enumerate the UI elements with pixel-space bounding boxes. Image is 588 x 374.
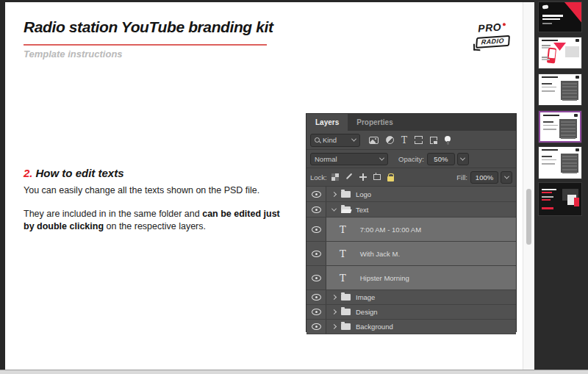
layer-row-time-text[interactable]: T 7:00 AM - 10:00 AM	[306, 217, 516, 242]
paragraph-2-part1: They are included in in the same folder …	[24, 209, 202, 219]
layer-row-show-text[interactable]: T Hipster Morning	[306, 266, 516, 290]
fill-label: Fill:	[456, 173, 467, 181]
eye-icon	[312, 206, 321, 213]
layer-name: Text	[356, 206, 368, 214]
thumb-collage-block	[574, 198, 579, 206]
chevron-right-icon[interactable]	[331, 295, 337, 300]
thumbnail-page-3[interactable]	[539, 74, 581, 105]
tab-layers[interactable]: Layers	[306, 114, 348, 131]
opacity-value-field[interactable]: 50%	[427, 153, 455, 165]
lock-paint-icon[interactable]	[345, 173, 353, 181]
thumb-text-line-red	[542, 192, 552, 193]
thumb-text-line	[542, 189, 556, 190]
blend-mode-value: Normal	[315, 155, 337, 163]
layer-row-logo[interactable]: Logo	[306, 187, 516, 202]
photoshop-layers-panel: Layers Properties Kind T Normal	[306, 113, 517, 332]
layer-name: Background	[356, 323, 393, 331]
type-layer-icon: T	[340, 273, 346, 284]
fill-dropdown-button[interactable]	[501, 171, 512, 184]
thumb-logo	[574, 114, 578, 117]
chevron-right-icon[interactable]	[331, 191, 337, 196]
layer-row-image[interactable]: Image	[306, 290, 516, 305]
visibility-toggle[interactable]	[306, 290, 326, 304]
page-thumbnails-sidebar	[534, 0, 588, 374]
cover-red-shape	[558, 2, 581, 24]
tab-properties[interactable]: Properties	[348, 114, 401, 131]
thumb-text-line	[542, 90, 555, 92]
chevron-right-icon[interactable]	[331, 324, 337, 329]
lock-all-icon[interactable]	[387, 176, 394, 181]
phone-mockup-graphic	[547, 47, 556, 63]
layer-row-host-text[interactable]: T With Jack M.	[306, 242, 516, 266]
visibility-toggle[interactable]	[306, 320, 326, 334]
layer-name: Hipster Morning	[360, 274, 409, 282]
thumb-button-red	[542, 207, 553, 209]
logo-text-radio: RADIO	[476, 35, 509, 48]
paragraph-1: You can easily change all the texts show…	[24, 184, 288, 196]
chevron-down-icon	[379, 155, 384, 160]
thumb-text-line	[542, 156, 552, 157]
fill-value-field[interactable]: 100%	[470, 171, 498, 184]
logo-line1: PRO	[473, 20, 520, 35]
thumbnail-page-6[interactable]	[539, 183, 581, 215]
layer-row-background[interactable]: Background	[306, 320, 516, 334]
chevron-down-icon	[460, 155, 465, 160]
vertical-scrollbar-track[interactable]	[523, 2, 534, 370]
layer-filter-row: Kind T	[306, 131, 516, 150]
thumb-text-line	[542, 196, 553, 198]
layer-name: 7:00 AM - 10:00 AM	[360, 226, 421, 234]
chevron-down-icon	[351, 137, 356, 142]
chevron-right-icon[interactable]	[331, 309, 337, 314]
adjustment-layer-filter-icon[interactable]	[386, 136, 394, 144]
chevron-down-icon[interactable]	[331, 206, 337, 211]
thumb-text-line	[542, 45, 551, 46]
thumb-logo	[576, 148, 579, 151]
layer-name: Design	[356, 308, 378, 316]
visibility-toggle[interactable]	[306, 202, 326, 217]
document-page: Radio station YouTube branding kit Templ…	[5, 2, 523, 370]
filter-toggle-icon[interactable]	[445, 136, 451, 142]
lock-transparency-icon[interactable]	[331, 173, 339, 181]
pixel-layer-filter-icon[interactable]	[369, 137, 379, 144]
folder-icon	[341, 323, 351, 330]
frame-layer-filter-icon[interactable]	[415, 136, 423, 144]
lock-icon-group	[331, 173, 394, 181]
thumb-text-line-red	[542, 199, 551, 201]
thumbnail-page-5[interactable]	[539, 147, 581, 179]
kind-filter-label: Kind	[323, 136, 337, 144]
thumbnail-page-4-selected[interactable]	[539, 111, 581, 143]
mini-layers-panel	[561, 81, 578, 100]
visibility-toggle[interactable]	[306, 242, 326, 265]
type-layer-filter-icon[interactable]: T	[401, 136, 407, 145]
kind-filter-select[interactable]: Kind	[310, 134, 360, 147]
mini-layers-panel	[559, 119, 577, 138]
thumb-logo	[576, 39, 579, 42]
visibility-toggle[interactable]	[306, 217, 326, 241]
thumb-text-line	[542, 59, 550, 60]
thumb-text-line	[542, 87, 556, 88]
layer-row-text-group[interactable]: Text	[306, 202, 516, 217]
visibility-toggle[interactable]	[306, 187, 326, 201]
thumbnail-page-1[interactable]	[539, 2, 581, 32]
smart-object-filter-icon[interactable]	[430, 137, 437, 144]
opacity-dropdown-button[interactable]	[457, 153, 469, 165]
cover-title-line	[542, 18, 560, 21]
title-underline	[24, 44, 267, 46]
mini-layers-panel	[561, 154, 578, 173]
visibility-toggle[interactable]	[306, 305, 326, 319]
logo-text-pro: PRO	[478, 21, 502, 35]
paragraph-2-part2: on the respective layers.	[104, 221, 206, 231]
lock-move-icon[interactable]	[359, 173, 367, 181]
search-icon	[315, 137, 320, 143]
blend-mode-select[interactable]: Normal	[310, 153, 388, 165]
pro-radio-logo: PRO RADIO	[473, 20, 521, 52]
layer-row-design[interactable]: Design	[306, 305, 516, 320]
eye-icon	[312, 323, 321, 330]
lock-artboard-icon[interactable]	[373, 174, 381, 180]
thumb-text-line	[542, 163, 555, 165]
thumbnail-page-2[interactable]	[539, 37, 581, 68]
thumb-text-line	[542, 47, 549, 48]
cover-logo	[542, 4, 549, 9]
visibility-toggle[interactable]	[306, 266, 326, 290]
vertical-scrollbar-thumb[interactable]	[526, 189, 531, 245]
